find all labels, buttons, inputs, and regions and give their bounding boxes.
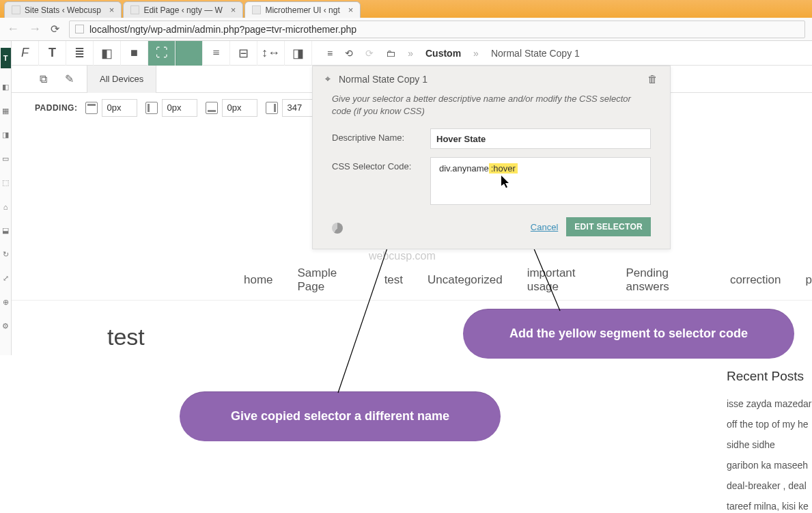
cancel-link[interactable]: Cancel: [531, 222, 558, 232]
browser-tab[interactable]: Edit Page ‹ ngty — W×: [123, 1, 243, 18]
close-icon[interactable]: ×: [348, 5, 354, 15]
rail-icon[interactable]: ⚙: [1, 321, 11, 331]
browser-tab[interactable]: Site Stats ‹ Webcusp×: [4, 1, 122, 18]
padding-top-icon: [85, 102, 98, 114]
rail-icon[interactable]: ⬚: [1, 178, 11, 188]
padding-right-icon: [145, 102, 158, 114]
breadcrumb-sep: »: [408, 48, 413, 59]
forward-icon[interactable]: →: [29, 22, 41, 36]
rail-icon[interactable]: ⌂: [1, 202, 11, 212]
recent-post-link[interactable]: isse zayda mazedar: [727, 393, 812, 414]
nav-item[interactable]: Pending answers: [626, 266, 705, 294]
rail-icon[interactable]: ⊕: [1, 297, 11, 307]
css-selector-input[interactable]: [430, 157, 651, 205]
breadcrumb-folder[interactable]: Custom: [425, 48, 461, 59]
back-icon[interactable]: ←: [7, 22, 19, 36]
padding-bottom-icon: [206, 102, 218, 114]
browser-tab-strip: Site Stats ‹ Webcusp× Edit Page ‹ ngty —…: [0, 0, 812, 18]
favicon-icon: [130, 5, 139, 14]
trash-icon[interactable]: 🗑: [647, 73, 658, 85]
close-icon[interactable]: ×: [231, 5, 236, 15]
layout-icon[interactable]: ◧: [94, 41, 121, 66]
responsive-icon[interactable]: ⧉: [35, 71, 51, 87]
popup-description: Give your selector a better descriptive …: [313, 90, 670, 124]
archive-icon[interactable]: ⊟: [230, 41, 257, 66]
target-icon[interactable]: ⛶: [148, 41, 176, 66]
text-icon[interactable]: T: [39, 41, 66, 66]
recent-post-link[interactable]: garibon ka maseeh: [727, 455, 812, 475]
tab-label: Site Stats ‹ Webcusp: [25, 5, 101, 15]
css-selector-label: CSS Selector Code:: [332, 157, 421, 171]
square-icon[interactable]: ■: [121, 41, 148, 66]
rail-icon[interactable]: ◧: [1, 82, 11, 92]
rail-icon[interactable]: ◨: [1, 130, 11, 140]
padding-right-input[interactable]: [162, 99, 197, 117]
list-icon[interactable]: ≣: [66, 41, 94, 66]
panel-icon[interactable]: ◨: [285, 41, 312, 66]
url-input[interactable]: localhost/ngty/wp-admin/admin.php?page=t…: [69, 20, 805, 38]
font-icon[interactable]: F: [12, 41, 39, 66]
descriptive-name-label: Descriptive Name:: [332, 128, 421, 143]
padding-left-icon: [266, 102, 278, 114]
nav-item[interactable]: Uncategorized: [428, 273, 503, 287]
padding-top-input[interactable]: [102, 99, 137, 117]
tool-text-icon[interactable]: T: [1, 48, 11, 68]
collapse-icon[interactable]: ↕↔: [257, 41, 285, 66]
watermark: webcusp.com: [369, 250, 436, 262]
edit-selector-button[interactable]: EDIT SELECTOR: [566, 217, 651, 236]
rail-icon[interactable]: ▭: [1, 154, 11, 164]
ruler-icon[interactable]: ✎: [61, 71, 77, 87]
descriptive-name-input[interactable]: [430, 128, 651, 149]
padding-bottom-input[interactable]: [222, 99, 257, 117]
browser-tab-active[interactable]: Microthemer UI ‹ ngt×: [244, 1, 361, 18]
devices-tab[interactable]: All Devices: [87, 66, 156, 93]
selector-popup: ⌖ Normal State Copy 1 🗑 Give your select…: [312, 66, 671, 249]
box-icon[interactable]: [176, 41, 203, 66]
recent-post-link[interactable]: tareef milna, kisi ke: [727, 496, 812, 513]
left-rail: T ◧ ▦ ◨ ▭ ⬚ ⌂ ⬓ ↻ ⤢ ⊕ ⚙: [0, 41, 12, 355]
breadcrumb-sep: »: [473, 48, 479, 59]
recent-posts-heading: Recent Posts: [727, 369, 812, 384]
rail-icon[interactable]: ⬓: [1, 225, 11, 236]
favicon-icon: [12, 5, 20, 14]
rail-icon[interactable]: ▦: [1, 106, 11, 116]
padding-label: PADDING:: [35, 103, 77, 113]
url-text: localhost/ngty/wp-admin/admin.php?page=t…: [89, 24, 356, 35]
folder-icon[interactable]: 🗀: [386, 48, 395, 59]
close-icon[interactable]: ×: [109, 5, 115, 15]
nav-item[interactable]: p: [806, 273, 812, 287]
popup-title: Normal State Copy 1: [339, 74, 639, 85]
back-circle-icon[interactable]: ⟲: [345, 48, 353, 59]
address-bar: ← → ⟳ localhost/ngty/wp-admin/admin.php?…: [0, 18, 812, 41]
lines-icon[interactable]: ≡: [203, 41, 230, 66]
forward-circle-icon[interactable]: ⟳: [365, 48, 374, 59]
recent-post-link[interactable]: deal-breaker , deal: [727, 475, 812, 496]
tab-label: Edit Page ‹ ngty — W: [143, 5, 222, 15]
recent-posts: Recent Posts isse zayda mazedar off the …: [727, 369, 812, 513]
breadcrumb-selector[interactable]: Normal State Copy 1: [491, 48, 580, 59]
tab-label: Microthemer UI ‹ ngt: [265, 5, 339, 15]
breadcrumb: ≡ ⟲ ⟳ 🗀 » Custom » Normal State Copy 1: [312, 41, 812, 66]
cursor-icon: [501, 176, 512, 193]
recent-post-link[interactable]: sidhe sidhe: [727, 434, 812, 455]
page-icon: [75, 25, 84, 33]
menu-icon[interactable]: ≡: [327, 48, 333, 59]
toolbar: F T ≣ ◧ ■ ⛶ ≡ ⊟ ↕↔ ◨ ≡ ⟲ ⟳ 🗀 » Custom » …: [12, 41, 812, 66]
reload-icon[interactable]: ⟳: [51, 23, 59, 36]
nav-item[interactable]: correction: [730, 273, 781, 287]
target-icon: ⌖: [325, 73, 331, 85]
rail-icon[interactable]: ⤢: [1, 273, 11, 283]
rail-icon[interactable]: ↻: [1, 249, 11, 260]
favicon-icon: [252, 5, 261, 14]
recent-post-link[interactable]: off the top of my he: [727, 414, 812, 434]
